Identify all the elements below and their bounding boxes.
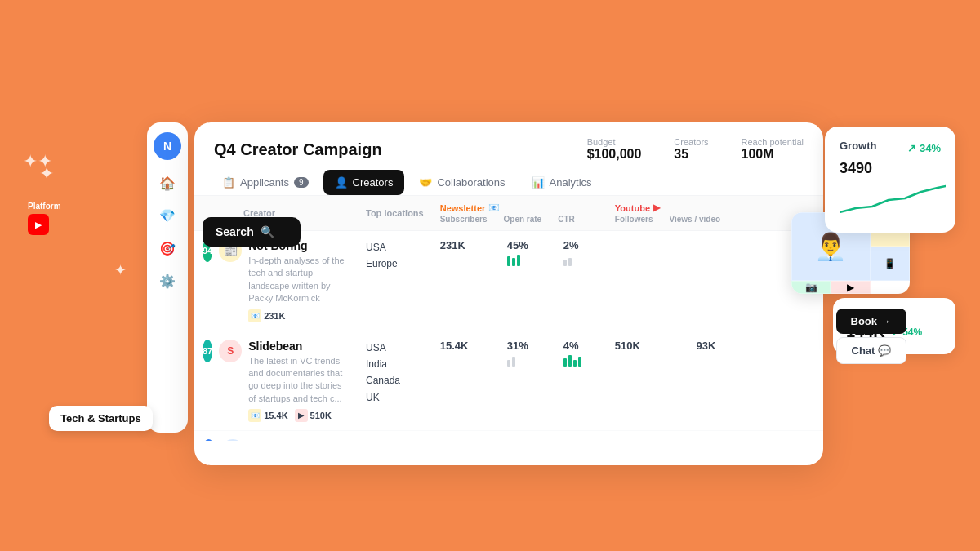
subscribers-value: 15.4K bbox=[440, 340, 491, 352]
locations: USAEurope bbox=[366, 239, 424, 273]
preview-cell-4: ▶ bbox=[831, 281, 870, 294]
tab-creators[interactable]: 👤 Creators bbox=[323, 170, 405, 195]
filter-pill[interactable]: Tech & Startups bbox=[49, 406, 153, 431]
growth-card: Growth ↗ 34% 3490 bbox=[825, 127, 956, 233]
campaign-title: Q4 Creator Campaign bbox=[214, 140, 555, 159]
tab-applicants[interactable]: 📋 Applicants 9 bbox=[211, 170, 320, 195]
table-row: 84 👩 Elena Verna Leading growth expert f… bbox=[194, 431, 823, 441]
youtube-icon: ▶ bbox=[653, 202, 660, 213]
preview-cell-2: 📱 bbox=[871, 247, 910, 281]
sidebar-item-settings[interactable]: ⚙️ bbox=[154, 268, 180, 294]
yt-views: 93K bbox=[688, 331, 758, 431]
search-icon: 🔍 bbox=[261, 225, 274, 238]
chat-button[interactable]: Chat 💬 bbox=[836, 337, 907, 364]
yt-views bbox=[688, 231, 758, 331]
locations: USAUKCanada bbox=[366, 439, 424, 441]
sidebar-item-home[interactable]: 🏠 bbox=[154, 170, 180, 196]
score-badge: 87 bbox=[203, 340, 212, 362]
card-header: Q4 Creator Campaign Budget $100,000 Crea… bbox=[194, 122, 823, 162]
sidebar-item-gem[interactable]: 💎 bbox=[154, 202, 180, 229]
sparkle-icon-2: ✦ bbox=[39, 163, 54, 184]
tab-collaborations[interactable]: 🤝 Collaborations bbox=[408, 170, 516, 195]
subscribers-value: 231K bbox=[440, 239, 491, 251]
creators-stat: Creators 35 bbox=[674, 137, 708, 162]
creator-desc: In-depth analyses of the tech and startu… bbox=[248, 255, 350, 305]
reach-stat: Reach potential 100M bbox=[742, 137, 804, 162]
open-rate-value: 42% bbox=[507, 439, 547, 441]
creators-icon: 👤 bbox=[335, 176, 348, 189]
ctr-value: 2% bbox=[564, 239, 599, 251]
trend-up-icon: ↗ bbox=[907, 142, 916, 154]
newsletter-stat-icon: 📧 bbox=[248, 409, 261, 422]
sparkle-icon-3: ✦ bbox=[114, 261, 127, 279]
newsletter-header: Newsletter 📧 bbox=[440, 202, 599, 213]
action-popup: Book → Chat 💬 bbox=[836, 309, 907, 364]
creator-stats: 📧 15.4K ▶ 510K bbox=[248, 409, 350, 422]
ctr-bar bbox=[564, 353, 599, 367]
yt-followers bbox=[607, 431, 688, 441]
locations: USAIndiaCanadaUK bbox=[366, 340, 424, 407]
open-rate-bar bbox=[507, 253, 547, 266]
growth-pct: ↗ 34% bbox=[907, 142, 941, 154]
avatar: N bbox=[154, 132, 181, 160]
creator-name: Slidebean bbox=[248, 340, 350, 353]
yt-followers: 510K bbox=[607, 331, 688, 431]
newsletter-stat-icon: 📧 bbox=[248, 309, 261, 322]
growth-title: Growth bbox=[840, 140, 877, 152]
sidebar-item-target[interactable]: 🎯 bbox=[154, 235, 180, 261]
open-rate-value: 45% bbox=[507, 239, 547, 251]
open-rate-value: 31% bbox=[507, 340, 547, 352]
ctr-value: 4% bbox=[564, 340, 599, 352]
subscribers-value: 49.4K bbox=[440, 439, 491, 441]
open-rate-bar bbox=[507, 353, 547, 367]
book-button[interactable]: Book → bbox=[836, 309, 907, 334]
tab-analytics[interactable]: 📊 Analytics bbox=[520, 170, 604, 195]
growth-chart bbox=[840, 184, 946, 216]
sidebar: N 🏠 💎 🎯 ⚙️ bbox=[147, 122, 188, 433]
score-badge: 84 bbox=[203, 439, 215, 441]
growth-value: 3490 bbox=[840, 160, 941, 177]
creator-stats: 📧 231K bbox=[248, 309, 350, 322]
tabs-row: 📋 Applicants 9 👤 Creators 🤝 Collaboratio… bbox=[194, 162, 823, 196]
search-button[interactable]: Search 🔍 bbox=[203, 217, 301, 247]
main-card: Q4 Creator Campaign Budget $100,000 Crea… bbox=[194, 122, 823, 465]
yt-followers bbox=[607, 231, 688, 331]
ctr-bar bbox=[564, 253, 599, 266]
newsletter-icon: 📧 bbox=[488, 202, 500, 213]
preview-cell-3: 📷 bbox=[791, 281, 831, 294]
creator-name: Elena Verna bbox=[251, 439, 350, 441]
budget-stat: Budget $100,000 bbox=[587, 137, 642, 162]
yt-views bbox=[688, 431, 758, 441]
youtube-header: Youtube ▶ bbox=[615, 202, 750, 213]
youtube-stat-icon: ▶ bbox=[295, 409, 308, 422]
analytics-icon: 📊 bbox=[532, 176, 545, 189]
sparkle-icon: ✦✦ bbox=[23, 151, 52, 172]
creator-desc: The latest in VC trends and documentarie… bbox=[248, 355, 350, 406]
applicants-icon: 📋 bbox=[222, 176, 235, 189]
platform-label: Platform bbox=[28, 202, 61, 211]
collaborations-icon: 🤝 bbox=[419, 176, 432, 189]
search-label: Search bbox=[216, 225, 254, 238]
table-body: 94 📰 Not Boring In-depth analyses of the… bbox=[194, 231, 823, 442]
ctr-value: 3% bbox=[564, 439, 599, 441]
table-row: 87 S Slidebean The latest in VC trends a… bbox=[194, 331, 823, 431]
youtube-platform-icon[interactable]: ▶ bbox=[28, 214, 49, 235]
